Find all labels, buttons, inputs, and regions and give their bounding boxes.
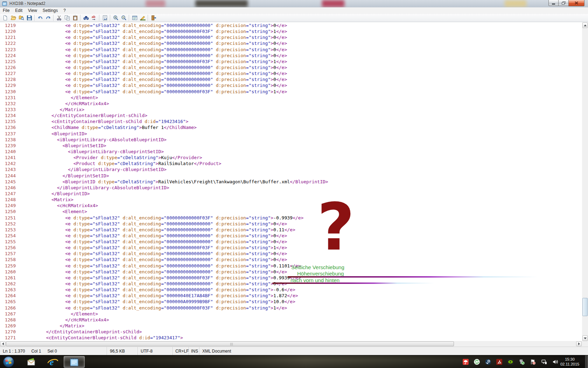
code-line[interactable]: 1224 <e d:type="sFloat32" d:alt_encoding… (0, 53, 582, 59)
menu-settings[interactable]: Settings (40, 7, 61, 14)
code-line[interactable]: 1230 <e d:type="sFloat32" d:alt_encoding… (0, 89, 582, 95)
tray-avira-icon[interactable] (463, 359, 469, 365)
title-bar[interactable]: HXD3B - Notepad2 (0, 0, 588, 8)
code-line[interactable]: 1248 <Matrix> (0, 197, 582, 203)
code-line[interactable]: 1269 </Matrix> (0, 323, 582, 329)
taskbar-clock[interactable]: 15:30 02.11.2015 (557, 357, 582, 367)
code-line[interactable]: 1220 <e d:type="sFloat32" d:alt_encoding… (0, 28, 582, 34)
code-line[interactable]: 1268 </cHcRMatrix4x4> (0, 317, 582, 323)
code-line[interactable]: 1231 </Element> (0, 95, 582, 101)
code-line[interactable]: 1253 <e d:type="sFloat32" d:alt_encoding… (0, 227, 582, 233)
code-line[interactable]: 1245 <BlueprintID d:type="cDeltaString">… (0, 179, 582, 185)
status-encoding[interactable]: UTF-8 (138, 347, 173, 355)
code-line[interactable]: 1265 <e d:type="sFloat32" d:alt_encoding… (0, 299, 582, 305)
status-position[interactable]: Ln 1 : 1.370 Col 1 Sel 0 (0, 347, 107, 355)
code-line[interactable]: 1232 </cHcRMatrix4x4> (0, 101, 582, 107)
code-line[interactable]: 1266 <e d:type="sFloat32" d:alt_encoding… (0, 305, 582, 311)
start-button[interactable] (3, 356, 14, 368)
code-line[interactable]: 1241 <Provider d:type="cDeltaString">Kuj… (0, 155, 582, 161)
copy-button[interactable] (63, 14, 71, 22)
code-line[interactable]: 1254 <e d:type="sFloat32" d:alt_encoding… (0, 233, 582, 239)
code-line[interactable]: 1244 </BlueprintSetID> (0, 173, 582, 179)
code-line[interactable]: 1239 <BlueprintSetID> (0, 143, 582, 149)
code-line[interactable]: 1262 <e d:type="sFloat32" d:alt_encoding… (0, 281, 582, 287)
tray-steam-icon[interactable] (485, 359, 491, 365)
code-line[interactable]: 1235 <cEntityContainerBlueprint-sChild d… (0, 118, 582, 124)
code-line[interactable]: 1229 <e d:type="sFloat32" d:alt_encoding… (0, 82, 582, 88)
taskbar-app-internet-explorer[interactable]: e (43, 356, 63, 368)
scroll-up-button[interactable] (582, 22, 588, 28)
show-desktop-button[interactable] (585, 355, 588, 368)
code-line[interactable]: 1250 <Element> (0, 209, 582, 214)
code-line[interactable]: 1256 <e d:type="sFloat32" d:alt_encoding… (0, 245, 582, 251)
zoom-out-button[interactable] (120, 14, 128, 22)
customize-schemes-button[interactable] (139, 14, 147, 22)
restore-button[interactable] (559, 0, 568, 6)
tray-adobe-reader-icon[interactable] (496, 359, 502, 365)
tray-nvidia-icon[interactable] (507, 359, 513, 365)
taskbar-app-notepad2-active[interactable] (64, 356, 85, 368)
code-line[interactable]: 1257 <e d:type="sFloat32" d:alt_encoding… (0, 251, 582, 257)
scroll-right-button[interactable] (576, 341, 582, 346)
replace-button[interactable]: ab (90, 14, 98, 22)
code-line[interactable]: 1270 </cEntityContainerBlueprint-sChild> (0, 329, 582, 335)
zoom-in-button[interactable] (112, 14, 120, 22)
exit-button[interactable] (149, 14, 158, 22)
code-line[interactable]: 1271 <cEntityContainerBlueprint-sChild d… (0, 335, 582, 341)
code-line[interactable]: 1267 </Element> (0, 311, 582, 317)
code-line[interactable]: 1221 <e d:type="sFloat32" d:alt_encoding… (0, 34, 582, 40)
undo-button[interactable] (36, 14, 44, 22)
open-file-button[interactable] (9, 14, 17, 22)
code-line[interactable]: 1226 <e d:type="sFloat32" d:alt_encoding… (0, 64, 582, 70)
code-line[interactable]: 1243 </iBlueprintLibrary-cBlueprintSetID… (0, 166, 582, 172)
horizontal-scrollbar-thumb[interactable] (6, 341, 454, 346)
code-line[interactable]: 1251 <e d:type="sFloat32" d:alt_encoding… (0, 215, 582, 221)
code-line[interactable]: 1228 <e d:type="sFloat32" d:alt_encoding… (0, 76, 582, 82)
code-line[interactable]: 1249 <cHcRMatrix4x4> (0, 203, 582, 209)
code-line[interactable]: 1222 <e d:type="sFloat32" d:alt_encoding… (0, 40, 582, 46)
vertical-scrollbar[interactable] (582, 22, 588, 341)
code-line[interactable]: 1236 <ChildName d:type="cDeltaString">Bu… (0, 124, 582, 130)
tray-action-center-flag-icon[interactable] (530, 359, 536, 365)
code-line[interactable]: 1264 <e d:type="sFloat32" d:alt_encoding… (0, 293, 582, 299)
code-line[interactable]: 1260 <e d:type="sFloat32" d:alt_encoding… (0, 269, 582, 275)
code-line[interactable]: 1258 <e d:type="sFloat32" d:alt_encoding… (0, 257, 582, 263)
code-line[interactable]: 1237 <BlueprintID> (0, 131, 582, 137)
code-line[interactable]: 1242 <Product d:type="cDeltaString">Rail… (0, 161, 582, 166)
vertical-scrollbar-thumb[interactable] (582, 298, 588, 316)
code-line[interactable]: 1234 </cEntityContainerBlueprint-sChild> (0, 113, 582, 118)
view-schemes-button[interactable] (131, 14, 139, 22)
code-line[interactable]: 1240 <iBlueprintLibrary-cBlueprintSetID> (0, 149, 582, 155)
minimize-button[interactable] (548, 0, 559, 6)
code-line[interactable]: 1247 </BlueprintID> (0, 191, 582, 197)
code-line[interactable]: 1246 </iBlueprintLibrary-cAbsoluteBluepr… (0, 185, 582, 191)
cut-button[interactable] (55, 14, 63, 22)
redo-button[interactable] (44, 14, 52, 22)
code-line[interactable]: 1252 <e d:type="sFloat32" d:alt_encoding… (0, 221, 582, 227)
code-area[interactable]: 1219 <e d:type="sFloat32" d:alt_encoding… (0, 22, 582, 341)
code-line[interactable]: 1261 <e d:type="sFloat32" d:alt_encoding… (0, 275, 582, 281)
new-file-button[interactable] (1, 14, 9, 22)
taskbar-app-windows-live-mail[interactable] (22, 356, 42, 368)
status-eol[interactable]: CR+LF (173, 347, 189, 355)
paste-button[interactable] (71, 14, 79, 22)
code-line[interactable]: 1263 <e d:type="sFloat32" d:alt_encoding… (0, 287, 582, 293)
find-button[interactable] (82, 14, 90, 22)
transpose-lines-button[interactable] (101, 14, 109, 22)
code-line[interactable]: 1219 <e d:type="sFloat32" d:alt_encoding… (0, 22, 582, 28)
menu-file[interactable]: File (0, 7, 12, 14)
code-line[interactable]: 1259 <e d:type="sFloat32" d:alt_encoding… (0, 263, 582, 269)
tray-sync-icon[interactable] (474, 359, 480, 365)
tray-network-icon[interactable] (541, 359, 547, 365)
close-button[interactable] (568, 0, 584, 6)
save-file-button[interactable] (25, 14, 33, 22)
menu-help[interactable]: ? (61, 7, 69, 14)
menu-edit[interactable]: Edit (12, 7, 25, 14)
tray-usb-icon[interactable] (519, 359, 525, 365)
code-line[interactable]: 1227 <e d:type="sFloat32" d:alt_encoding… (0, 70, 582, 76)
menu-view[interactable]: View (25, 7, 40, 14)
status-insert-mode[interactable]: INS (189, 347, 200, 355)
browse-file-button[interactable] (17, 14, 25, 22)
code-line[interactable]: 1225 <e d:type="sFloat32" d:alt_encoding… (0, 59, 582, 64)
scroll-down-button[interactable] (582, 335, 588, 341)
